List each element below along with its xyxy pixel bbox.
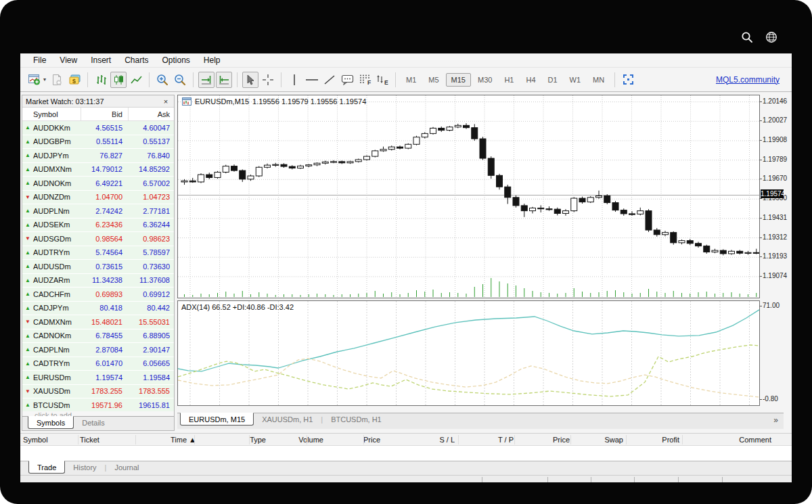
market-watch-row[interactable]: ▲AUDMXNm14.7901214.85292 — [22, 163, 174, 177]
price-axis: 1.201461.200271.199081.197891.196701.195… — [760, 95, 784, 298]
auto-scroll-icon[interactable] — [198, 72, 215, 88]
column-bid[interactable]: Bid — [79, 110, 127, 118]
trendline-icon[interactable] — [321, 72, 338, 88]
timeframe-h4[interactable]: H4 — [520, 73, 541, 87]
column-ticket[interactable]: Ticket — [80, 434, 134, 446]
adx-axis-max: 71.00 — [763, 302, 780, 309]
market-watch-row[interactable]: ▲AUDGBPm0.551140.55137 — [22, 135, 174, 150]
column-s-l[interactable]: S / L — [397, 434, 455, 446]
column-swap[interactable]: Swap — [567, 434, 623, 446]
timeframe-m1[interactable]: M1 — [401, 73, 422, 87]
column-symbol[interactable]: Symbol — [23, 434, 77, 446]
market-watch-row[interactable]: ▲AUDZARm11.3423811.37608 — [22, 274, 174, 288]
toolbar-separator — [281, 72, 281, 87]
market-watch-row[interactable]: ▲CADJPYm80.41880.442 — [22, 302, 174, 316]
bid-cell: 2.74242 — [79, 207, 127, 215]
market-watch-row[interactable]: ▲AUDDKKm4.565154.60047 — [22, 121, 174, 135]
market-watch-row[interactable]: ▲CADTRYm6.014706.05665 — [22, 357, 174, 371]
market-watch-row[interactable]: ▼AUDSGDm0.985640.98623 — [22, 232, 174, 246]
new-chart-dropdown-icon[interactable]: ▾ — [43, 76, 46, 83]
column-price[interactable]: Price — [307, 434, 380, 446]
tab-history[interactable]: History — [65, 461, 104, 473]
market-watch-row[interactable]: ▲CADPLNm2.870842.90147 — [22, 343, 174, 357]
menu-item-charts[interactable]: Charts — [118, 54, 154, 66]
globe-icon[interactable] — [765, 30, 778, 44]
timeframe-m30[interactable]: M30 — [472, 73, 497, 87]
vertical-line-icon[interactable] — [286, 72, 302, 88]
market-watch-row[interactable]: ▼CADMXNm15.4802115.55031 — [22, 315, 174, 329]
market-watch-row[interactable]: ▼AUDNZDm1.047001.04723 — [22, 191, 174, 205]
market-watch-row[interactable]: ▼XAUUSDm1783.2551783.555 — [22, 385, 174, 399]
dollar-folder-icon[interactable]: $ — [66, 72, 83, 88]
symbol-cell: AUDDKKm — [33, 124, 79, 132]
menu-item-options[interactable]: Options — [156, 54, 196, 66]
new-document-icon[interactable] — [49, 72, 65, 88]
zoom-out-icon[interactable] — [172, 72, 188, 88]
market-watch-row[interactable]: ▲AUDJPYm76.82776.840 — [22, 149, 174, 163]
fullscreen-icon[interactable] — [620, 72, 636, 88]
timeframe-w1[interactable]: W1 — [564, 73, 587, 87]
tab-symbols[interactable]: Symbols — [28, 416, 74, 429]
cursor-icon[interactable] — [242, 72, 258, 88]
market-watch-row[interactable]: ▲AUDNOKm6.492216.57002 — [22, 177, 174, 191]
column-time[interactable]: Time ▲ — [129, 434, 196, 446]
chart-shift-icon[interactable] — [216, 72, 232, 88]
timeframe-m5[interactable]: M5 — [423, 73, 444, 87]
chart-tab-xauusdm-h1[interactable]: XAUUSDm, H1 — [254, 413, 321, 425]
market-watch-row[interactable]: ▲CADCHFm0.698930.69912 — [22, 288, 174, 302]
crosshair-icon[interactable] — [260, 72, 276, 88]
market-watch-rows: ▲AUDDKKm4.565154.60047▲AUDGBPm0.551140.5… — [22, 121, 174, 411]
menu-item-view[interactable]: View — [53, 54, 83, 66]
market-watch-row[interactable]: ▲AUDPLNm2.742422.77181 — [22, 204, 174, 219]
column-price[interactable]: Price — [512, 434, 570, 446]
column-profit[interactable]: Profit — [623, 434, 679, 446]
timeframe-d1[interactable]: D1 — [543, 73, 563, 87]
svg-text:E: E — [384, 79, 388, 85]
symbol-cell: CADNOKm — [33, 331, 79, 340]
market-watch-row[interactable]: ▲AUDUSDm0.736150.73630 — [22, 260, 174, 274]
close-icon[interactable]: × — [161, 97, 171, 106]
market-watch-row[interactable]: ▲EURUSDm1.195741.19584 — [22, 371, 174, 385]
menu-item-help[interactable]: Help — [198, 54, 227, 66]
chart-tab-btcusdm-h1[interactable]: BTCUSDm, H1 — [323, 413, 390, 425]
chart-tabs-overflow-icon[interactable]: » — [773, 413, 778, 425]
column-comment[interactable]: Comment — [679, 434, 771, 446]
menu-item-insert[interactable]: Insert — [85, 54, 117, 66]
chart-tab-eurusdm-m15[interactable]: EURUSDm, M15 — [180, 413, 254, 426]
search-icon[interactable] — [740, 30, 754, 44]
market-watch-titlebar[interactable]: Market Watch: 03:11:37 × — [22, 95, 174, 108]
line-chart-icon[interactable] — [128, 72, 144, 88]
tab-journal[interactable]: Journal — [106, 461, 147, 473]
trade-table-body[interactable] — [20, 446, 792, 461]
market-watch-header[interactable]: Symbol Bid Ask — [22, 108, 174, 121]
chart-window-icon — [182, 97, 191, 106]
market-watch-row[interactable]: ▲CADNOKm6.784556.88905 — [22, 329, 174, 344]
adx-indicator-plot[interactable]: ADX(14) 66.52 +DI:40.86 -DI:3.42 — [177, 300, 760, 406]
horizontal-line-icon[interactable] — [304, 72, 320, 88]
price-chart-plot[interactable]: EURUSDm,M15 1.19556 1.19579 1.19556 1.19… — [177, 95, 760, 298]
mql5-community-link[interactable]: MQL5.community — [716, 75, 780, 85]
column-t-p[interactable]: T / P — [456, 434, 514, 446]
fibonacci-icon[interactable]: F — [357, 72, 373, 88]
column-symbol[interactable]: Symbol — [33, 110, 79, 118]
timeframe-mn[interactable]: MN — [587, 73, 610, 87]
tab-details[interactable]: Details — [74, 417, 113, 428]
text-label-icon[interactable] — [339, 72, 355, 88]
candlestick-chart-icon[interactable] — [110, 72, 127, 88]
market-watch-row[interactable]: ▲AUDTRYm5.745645.78597 — [22, 246, 174, 260]
column-ask[interactable]: Ask — [127, 110, 174, 118]
elliott-wave-icon[interactable]: E — [374, 72, 390, 88]
market-watch-add-row[interactable]: click to add — [22, 411, 174, 416]
price-axis-label: 1.20146 — [763, 97, 787, 105]
ask-cell: 6.36244 — [127, 221, 174, 229]
timeframe-h1[interactable]: H1 — [499, 73, 519, 87]
new-chart-icon[interactable] — [26, 72, 43, 88]
timeframe-m15[interactable]: M15 — [446, 73, 471, 87]
market-watch-row[interactable]: ▲AUDSEKm6.234366.36244 — [22, 219, 174, 233]
bars-chart-icon[interactable] — [93, 72, 109, 88]
price-axis-label: 1.19431 — [763, 214, 787, 221]
tab-trade[interactable]: Trade — [28, 461, 65, 474]
market-watch-row[interactable]: ▲BTCUSDm19571.9619615.81 — [22, 398, 174, 411]
menu-item-file[interactable]: File — [27, 54, 52, 66]
zoom-in-icon[interactable] — [154, 72, 171, 88]
